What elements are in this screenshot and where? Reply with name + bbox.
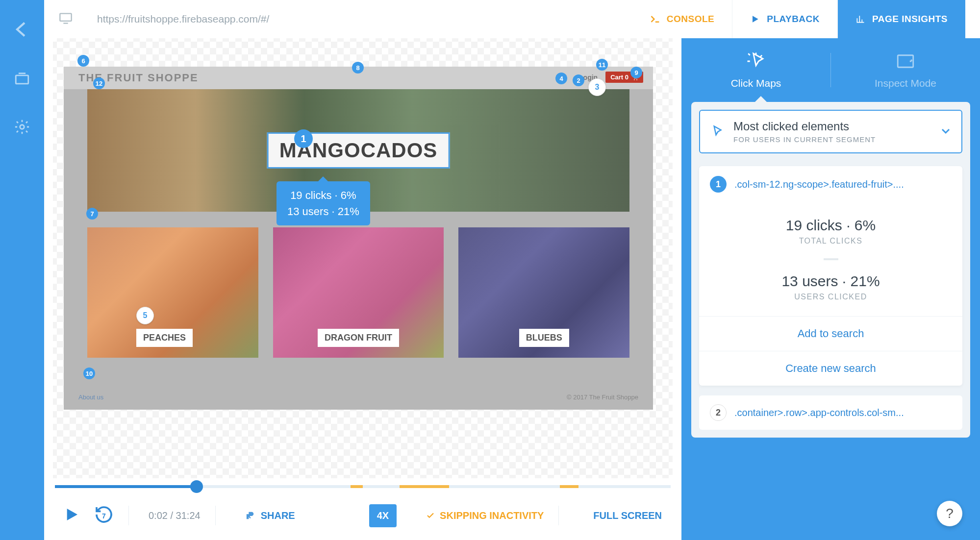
divider — [558, 506, 559, 525]
stat-users: 13 users · 21% — [709, 273, 953, 290]
header-bar: https://fruitshoppe.firebaseapp.com/#/ C… — [44, 0, 980, 38]
click-tooltip: 19 clicks · 6% 13 users · 21% — [276, 181, 370, 225]
about-link[interactable]: About us — [78, 393, 103, 401]
add-to-search-button[interactable]: Add to search — [699, 316, 962, 351]
clickmap-badge-5[interactable]: 5 — [136, 307, 154, 324]
tile-peaches[interactable]: PEACHES — [87, 227, 258, 358]
clickmap-badge-4[interactable]: 4 — [555, 73, 567, 84]
timeline[interactable] — [55, 485, 671, 488]
tooltip-line1: 19 clicks · 6% — [287, 187, 359, 203]
tile-dragon-label: DRAGON FRUIT — [318, 329, 399, 347]
timeline-segment — [351, 485, 363, 488]
playback-bar: 7 0:02 / 31:24 SHARE 4X SKIPPING INACTIV… — [44, 478, 681, 540]
help-button[interactable]: ? — [937, 501, 962, 526]
timeline-progress — [55, 485, 197, 488]
clickmap-badge-7[interactable]: 7 — [86, 208, 98, 220]
gear-icon[interactable] — [14, 119, 30, 137]
tab-inspect-label: Inspect Mode — [875, 77, 936, 89]
speed-button[interactable]: 4X — [369, 504, 397, 527]
share-button[interactable]: SHARE — [245, 510, 295, 521]
devices-icon[interactable] — [14, 71, 30, 89]
svg-rect-0 — [16, 75, 28, 84]
tile-bluebs-label: BLUEBS — [519, 329, 569, 347]
console-button[interactable]: CONSOLE — [632, 0, 732, 38]
clickmap-badge-1[interactable]: 1 — [294, 129, 313, 148]
timeline-knob[interactable] — [190, 480, 203, 493]
element-card-2[interactable]: 2 .container>.row>.app-controls.col-sm..… — [699, 395, 962, 430]
tile-bluebs[interactable]: BLUEBS — [458, 227, 629, 358]
svg-point-3 — [634, 79, 635, 80]
share-label: SHARE — [261, 510, 295, 521]
skipping-label: SKIPPING INACTIVITY — [440, 510, 544, 521]
selector-text: .col-sm-12.ng-scope>.featured-fruit>.... — [734, 179, 904, 190]
tile-peaches-label: PEACHES — [136, 329, 193, 347]
clickmap-badge-3[interactable]: 3 — [588, 78, 606, 96]
clickmap-badge-11[interactable]: 11 — [596, 59, 608, 71]
stat-users-sub: USERS CLICKED — [709, 293, 953, 301]
svg-point-4 — [636, 79, 637, 80]
clickmap-badge-9[interactable]: 9 — [630, 67, 642, 78]
segment-subtitle: FOR USERS IN CURRENT SEGMENT — [733, 135, 931, 144]
page-insights-button[interactable]: PAGE INSIGHTS — [838, 0, 965, 38]
play-button[interactable] — [64, 506, 79, 525]
create-new-search-button[interactable]: Create new search — [699, 351, 962, 386]
panel-card: Most clicked elements FOR USERS IN CURRE… — [691, 102, 970, 438]
clickmap-badge-12[interactable]: 12 — [93, 77, 105, 89]
svg-point-1 — [20, 125, 25, 129]
fullscreen-button[interactable]: FULL SCREEN — [593, 510, 662, 521]
copyright: © 2017 The Fruit Shoppe — [567, 393, 638, 401]
selector-text-2: .container>.row>.app-controls.col-sm... — [734, 407, 904, 418]
tab-inspect-mode[interactable]: Inspect Mode — [831, 51, 980, 89]
tooltip-line2: 13 users · 21% — [287, 203, 359, 220]
skipping-inactivity[interactable]: SKIPPING INACTIVITY — [426, 510, 544, 521]
timeline-segment — [560, 485, 578, 488]
clickmap-badge-10[interactable]: 10 — [83, 368, 95, 379]
clickmap-badge-8[interactable]: 8 — [352, 62, 364, 74]
playback-button[interactable]: PLAYBACK — [732, 0, 838, 38]
page-insights-panel: Click Maps Inspect Mode Most clicked ele… — [681, 38, 980, 540]
insights-label: PAGE INSIGHTS — [872, 14, 948, 25]
rewind-button[interactable]: 7 — [94, 505, 114, 526]
console-label: CONSOLE — [667, 14, 714, 25]
svg-rect-2 — [60, 14, 71, 21]
cart-label: Cart 0 — [610, 74, 628, 81]
playback-label: PLAYBACK — [767, 14, 820, 25]
rewind-number: 7 — [102, 512, 106, 520]
tab-click-maps[interactable]: Click Maps — [681, 51, 830, 89]
segment-selector[interactable]: Most clicked elements FOR USERS IN CURRE… — [699, 110, 962, 153]
time-display: 0:02 / 31:24 — [149, 510, 201, 521]
divider — [215, 506, 216, 525]
clickmap-badge-2[interactable]: 2 — [573, 74, 584, 86]
timeline-segment — [400, 485, 449, 488]
rank-badge-1: 1 — [710, 176, 727, 193]
element-header[interactable]: 1 .col-sm-12.ng-scope>.featured-fruit>..… — [699, 166, 962, 202]
url-display: https://fruitshoppe.firebaseapp.com/#/ — [97, 13, 632, 25]
stat-clicks: 19 clicks · 6% — [709, 217, 953, 234]
viewport-area: THE FRUIT SHOPPE Login Cart 0 MANGOCADOS… — [44, 38, 681, 540]
rank-badge-2: 2 — [710, 404, 727, 421]
stat-clicks-sub: TOTAL CLICKS — [709, 237, 953, 245]
segment-title: Most clicked elements — [733, 120, 931, 133]
element-card-1: 1 .col-sm-12.ng-scope>.featured-fruit>..… — [699, 166, 962, 386]
divider — [824, 258, 838, 260]
monitor-icon[interactable] — [59, 12, 73, 26]
site-frame: THE FRUIT SHOPPE Login Cart 0 MANGOCADOS… — [64, 67, 653, 410]
tab-click-maps-label: Click Maps — [731, 77, 781, 89]
viewport-inner: THE FRUIT SHOPPE Login Cart 0 MANGOCADOS… — [53, 38, 673, 478]
chevron-down-icon — [940, 125, 952, 139]
divider — [128, 506, 129, 525]
tile-dragon-fruit[interactable]: DRAGON FRUIT — [273, 227, 444, 358]
back-arrow-icon[interactable] — [12, 20, 32, 41]
clickmap-badge-6[interactable]: 6 — [77, 55, 89, 67]
